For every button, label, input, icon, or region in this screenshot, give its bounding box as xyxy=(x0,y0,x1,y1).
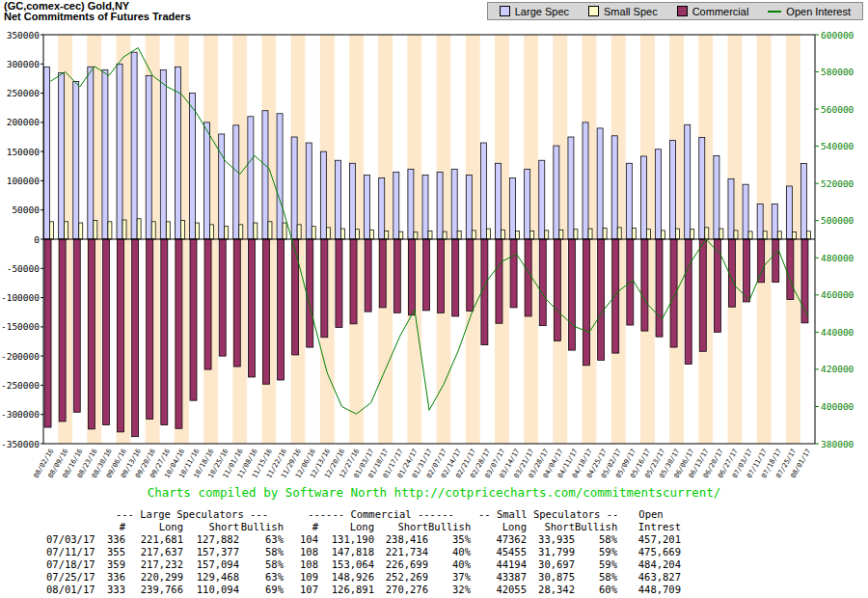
left-axis-label: -300000 xyxy=(1,409,40,420)
col-header-c_num: # xyxy=(291,521,318,533)
cell-ss_long: 44194 xyxy=(478,558,527,571)
large-spec-bar xyxy=(685,124,691,239)
large-spec-bar xyxy=(743,184,748,239)
large-spec-bar xyxy=(437,172,443,239)
cell-ls_bull: 58% xyxy=(239,558,284,571)
large-spec-bar xyxy=(335,160,340,239)
credit-url-link[interactable]: http://cotpricecharts.com/commitmentscur… xyxy=(394,485,721,500)
small-spec-bar xyxy=(65,222,68,239)
cot-chart-page: (GC,comex-cec) Gold,NY Net Commitments o… xyxy=(0,0,868,598)
col-header-c_short: Short xyxy=(374,521,428,533)
left-axis-label: -200000 xyxy=(1,351,40,362)
commercial-bar xyxy=(118,239,124,432)
table-row: 07/11/17355217,637157,37758%108147,81822… xyxy=(46,546,681,558)
commercial-bar xyxy=(699,239,706,351)
col-header-ss_short: Short xyxy=(527,521,575,533)
cell-ls_bull: 63% xyxy=(239,571,284,584)
large-spec-bar xyxy=(102,69,108,239)
cell-ls_long: 220,299 xyxy=(125,571,183,584)
cell-ls_short: 110,094 xyxy=(183,584,239,596)
large-spec-bar xyxy=(73,81,79,239)
large-spec-bar xyxy=(451,169,457,239)
right-axis-label: 540000 xyxy=(821,141,854,151)
small-spec-bar xyxy=(792,231,796,239)
commercial-bar xyxy=(598,239,605,360)
left-axis-label: 200000 xyxy=(7,117,41,127)
small-spec-bar xyxy=(151,222,155,239)
small-spec-bar xyxy=(326,228,330,239)
small-spec-bar xyxy=(676,229,680,239)
small-spec-bar xyxy=(283,223,286,239)
right-axis-label: 580000 xyxy=(821,67,854,77)
large-spec-bar xyxy=(320,151,326,239)
cell-c_num: 108 xyxy=(291,558,318,571)
cell-c_short: 238,416 xyxy=(374,533,428,546)
large-spec-bar xyxy=(554,146,559,239)
small-spec-bar xyxy=(385,231,389,239)
small-spec-bar xyxy=(748,231,752,239)
commercial-bar xyxy=(233,239,240,367)
small-spec-bar xyxy=(370,230,374,239)
commercial-bar xyxy=(176,239,182,428)
left-axis-label: -150000 xyxy=(1,321,40,332)
cell-ss_bull: 59% xyxy=(575,546,617,558)
cell-ss_bull: 58% xyxy=(575,533,617,546)
commercial-bar xyxy=(612,239,619,353)
small-spec-bar xyxy=(501,230,504,239)
commercial-bar xyxy=(321,239,328,338)
right-axis-label: 600000 xyxy=(821,30,854,41)
large-spec-bar xyxy=(219,134,225,239)
small-spec-bar xyxy=(472,231,475,239)
cell-c_short: 270,276 xyxy=(374,584,428,596)
large-spec-bar xyxy=(611,136,617,239)
right-axis-label: 460000 xyxy=(821,289,854,300)
cell-c_bull: 32% xyxy=(428,584,471,596)
commercial-bar xyxy=(496,239,502,323)
large-spec-bar xyxy=(248,117,254,239)
small-spec-bar xyxy=(254,223,258,239)
large-spec-bar xyxy=(422,175,428,239)
large-spec-bar xyxy=(539,160,545,239)
commercial-bar xyxy=(510,239,517,308)
small-spec-bar xyxy=(574,230,578,239)
cell-c_long: 126,891 xyxy=(318,584,374,596)
large-spec-bar xyxy=(495,163,501,239)
commercial-bar xyxy=(481,239,488,345)
cell-date: 07/18/17 xyxy=(46,558,100,571)
col-header-ls_num: # xyxy=(100,521,125,533)
small-spec-bar xyxy=(79,223,83,239)
cell-ss_long: 45455 xyxy=(478,546,527,558)
cell-oi: 457,201 xyxy=(621,533,681,546)
right-axis-label: 440000 xyxy=(821,327,854,338)
left-axis-label: -250000 xyxy=(1,380,40,391)
cell-c_short: 221,734 xyxy=(374,546,428,558)
large-spec-bar xyxy=(189,94,195,239)
cell-ls_bull: 63% xyxy=(239,533,284,546)
large-spec-bar xyxy=(626,163,632,239)
cell-c_num: 104 xyxy=(291,533,318,546)
right-axis-label: 480000 xyxy=(821,253,854,263)
small-spec-bar xyxy=(108,222,112,239)
cell-ls_num: 336 xyxy=(100,571,125,584)
commercial-bar xyxy=(452,239,459,316)
large-spec-bar xyxy=(393,172,399,239)
large-spec-bar xyxy=(233,125,239,239)
cell-ls_num: 359 xyxy=(100,558,125,571)
small-spec-bar xyxy=(210,225,214,239)
cell-ls_short: 129,468 xyxy=(183,571,239,584)
right-axis-label: 500000 xyxy=(821,215,854,226)
commercial-bar xyxy=(365,239,371,312)
cell-ss_short: 33,935 xyxy=(527,533,575,546)
cell-ls_short: 157,094 xyxy=(183,558,239,571)
large-spec-bar xyxy=(291,137,297,239)
right-axis-label: 380000 xyxy=(821,439,854,449)
commercial-bar xyxy=(773,239,779,283)
small-spec-bar xyxy=(719,229,723,239)
table-group-header-row: --- Large Speculators --- ------ Commerc… xyxy=(46,508,681,521)
cell-c_short: 252,269 xyxy=(374,571,428,584)
left-axis-label: 100000 xyxy=(7,176,41,186)
cell-ls_long: 217,232 xyxy=(125,558,183,571)
cell-ss_long: 47362 xyxy=(478,533,527,546)
cell-c_bull: 35% xyxy=(428,533,471,546)
table-row: 07/25/17336220,299129,46863%109148,92625… xyxy=(46,571,681,584)
